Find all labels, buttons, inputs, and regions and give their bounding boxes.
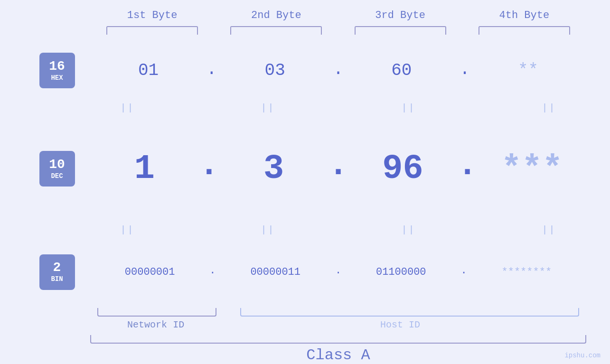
- dec-badge-label: DEC: [51, 172, 63, 180]
- bin-cell-3: 01100000: [341, 266, 460, 278]
- top-brackets: [24, 26, 586, 35]
- bin-cell-1: 00000001: [90, 266, 209, 278]
- dec-value-1: 1: [134, 149, 155, 188]
- hex-value-1: 01: [138, 61, 159, 80]
- equals-2-4: ||: [542, 224, 556, 235]
- hex-badge-label: HEX: [51, 74, 63, 82]
- bin-badge-num: 2: [53, 261, 61, 274]
- main-container: 1st Byte 2nd Byte 3rd Byte 4th Byte 16 H…: [0, 0, 610, 364]
- hex-badge-num: 16: [49, 60, 65, 73]
- dec-dot-1: .: [199, 146, 219, 192]
- hex-dot-2: .: [333, 60, 344, 82]
- top-bracket-3: [355, 26, 446, 35]
- host-id-label: Host ID: [214, 319, 586, 330]
- equals-1-2: ||: [261, 103, 275, 113]
- hex-cell-2: 03: [217, 61, 333, 80]
- equals-2-2: ||: [261, 224, 275, 235]
- bin-badge-label: BIN: [51, 275, 63, 283]
- bin-dot-1: .: [209, 265, 216, 279]
- dec-badge-num: 10: [49, 158, 65, 171]
- dec-cell-2: 3: [219, 149, 328, 188]
- bracket-cell-2: [214, 26, 338, 35]
- bin-value-1: 00000001: [125, 266, 175, 278]
- dec-dot-3: .: [457, 146, 478, 192]
- dec-cell-4: ***: [478, 149, 586, 188]
- byte4-header: 4th Byte: [462, 9, 586, 21]
- dec-value-3: 96: [382, 149, 423, 188]
- bracket-cell-1: [90, 26, 214, 35]
- hex-value-3: 60: [391, 61, 412, 80]
- bin-value-2: 00000011: [250, 266, 300, 278]
- byte-headers: 1st Byte 2nd Byte 3rd Byte 4th Byte: [24, 0, 586, 21]
- bin-cell-2: 00000011: [216, 266, 335, 278]
- hex-cell-3: 60: [343, 61, 460, 80]
- dec-cell-1: 1: [90, 149, 199, 188]
- hex-cell-1: 01: [90, 61, 206, 80]
- hex-cell-4: **: [470, 61, 586, 80]
- byte1-header: 1st Byte: [90, 9, 214, 21]
- bin-cell-4: ********: [467, 266, 586, 278]
- bin-value-4: ********: [502, 266, 552, 278]
- dec-badge: 10 DEC: [39, 151, 75, 187]
- top-bracket-4: [479, 26, 570, 35]
- byte3-header: 3rd Byte: [338, 9, 462, 21]
- byte2-header: 2nd Byte: [214, 9, 338, 21]
- hex-dot-1: .: [206, 60, 217, 82]
- equals-2-1: ||: [120, 224, 134, 235]
- bin-dot-3: .: [460, 265, 467, 279]
- network-bottom-bracket: [97, 308, 216, 317]
- bottom-bracket-row: [24, 308, 586, 317]
- class-bracket: [90, 335, 586, 344]
- network-id-label: Network ID: [90, 319, 214, 330]
- equals-2-3: ||: [401, 224, 415, 235]
- equals-1-1: ||: [120, 103, 134, 113]
- bin-value-3: 01100000: [376, 266, 426, 278]
- equals-1-3: ||: [401, 103, 415, 113]
- dec-value-2: 3: [263, 149, 284, 188]
- hex-value-4: **: [518, 61, 538, 80]
- dec-dot-2: .: [328, 146, 348, 192]
- class-label: Class A: [90, 346, 586, 364]
- dec-value-4: ***: [501, 149, 563, 188]
- hex-badge: 16 HEX: [39, 53, 75, 88]
- id-labels-row: Network ID Host ID: [24, 319, 586, 330]
- top-bracket-2: [230, 26, 322, 35]
- bracket-cell-4: [462, 26, 586, 35]
- hex-dot-3: .: [460, 60, 470, 82]
- top-bracket-1: [106, 26, 198, 35]
- watermark: ipshu.com: [564, 352, 601, 359]
- dec-cell-3: 96: [348, 149, 457, 188]
- bin-badge: 2 BIN: [39, 254, 75, 290]
- host-bottom-bracket: [240, 308, 579, 317]
- bracket-cell-3: [338, 26, 462, 35]
- equals-1-4: ||: [542, 103, 556, 113]
- bin-dot-2: .: [335, 265, 341, 279]
- hex-value-2: 03: [265, 61, 285, 80]
